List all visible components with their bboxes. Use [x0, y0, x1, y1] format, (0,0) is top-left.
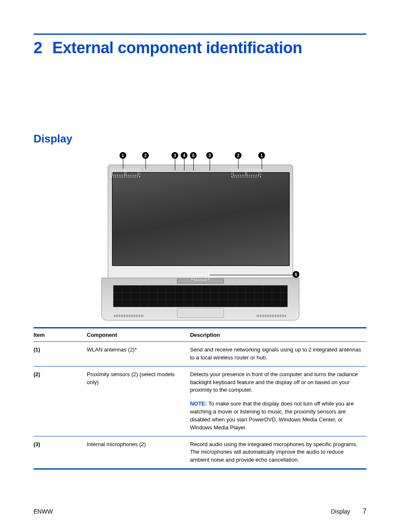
footer-section-label: Display: [331, 508, 350, 515]
callout-bubble: 2: [235, 152, 242, 159]
callout-lead: [184, 159, 184, 170]
callout-bubble: 1: [119, 152, 126, 159]
callout-lead: [123, 159, 123, 169]
cell-component: WLAN antennas (2)*: [87, 342, 190, 367]
note-label: NOTE:: [190, 400, 207, 407]
footer-left: ENWW: [34, 508, 53, 515]
callout-bubble: 5: [190, 152, 197, 159]
callout-bubble: 3: [206, 152, 213, 159]
cell-item: (1): [34, 346, 40, 353]
chapter-heading: 2 External component identification: [34, 39, 366, 57]
callout-bubble: 6: [293, 271, 299, 278]
callout-lead: [210, 275, 294, 275]
chapter-number: 2: [34, 39, 42, 57]
callout-lead: [210, 159, 210, 170]
callout-bubble: 2: [142, 152, 149, 159]
table-row: (1) WLAN antennas (2)* Send and receive …: [34, 342, 366, 367]
antenna-outline: [126, 170, 138, 176]
footer-right: Display 7: [331, 508, 366, 515]
callout-lead: [175, 159, 175, 170]
callout-bubble: 3: [171, 152, 178, 159]
antenna-outline: [112, 170, 125, 176]
antenna-outline: [247, 170, 259, 176]
document-page: 2 External component identification Disp…: [0, 0, 400, 532]
note-text: To make sure that the display does not t…: [190, 400, 353, 431]
cell-item: (2): [34, 371, 40, 377]
cell-description: Record audio using the integrated microp…: [190, 436, 366, 469]
cell-description: Send and receive networking signals usin…: [190, 342, 366, 367]
antenna-outline: [233, 170, 246, 176]
laptop-keyboard: [113, 285, 288, 307]
laptop-trackpad: [177, 308, 224, 318]
callout-lead: [262, 159, 262, 169]
cell-component: Internal microphones (2): [87, 436, 190, 469]
header-item: Item: [34, 328, 87, 342]
page-number: 7: [363, 508, 366, 515]
components-table: Item Component Description (1) WLAN ante…: [34, 327, 366, 470]
table-row: (2) Proximity sensors (2) (select models…: [34, 366, 366, 436]
header-description: Description: [190, 328, 366, 342]
diagram-container: 1 2 3 4 5 3 2 1 6: [34, 152, 366, 324]
cell-item: (3): [34, 441, 40, 447]
header-component: Component: [87, 328, 190, 342]
cell-description: Detects your presence in front of the co…: [190, 366, 366, 436]
section-heading: Display: [34, 132, 366, 145]
note-block: NOTE: To make sure that the display does…: [190, 400, 364, 431]
hinge-outline: [195, 275, 206, 281]
cell-component: Proximity sensors (2) (select models onl…: [87, 366, 190, 436]
laptop-diagram: 1 2 3 4 5 3 2 1 6: [101, 152, 299, 324]
callout-bubble: 4: [181, 152, 187, 159]
description-text: Detects your presence in front of the co…: [190, 371, 364, 395]
page-footer: ENWW Display 7: [34, 508, 366, 515]
table-row: (3) Internal microphones (2) Record audi…: [34, 436, 366, 469]
chapter-title: External component identification: [52, 39, 302, 57]
callout-lead: [193, 159, 194, 170]
callout-bubble: 1: [258, 152, 265, 159]
callout-lead: [238, 159, 239, 169]
vent-right: [257, 315, 286, 317]
vent-left: [114, 315, 143, 317]
top-rule: [34, 34, 366, 35]
table-header-row: Item Component Description: [34, 328, 366, 342]
callout-lead: [145, 159, 146, 169]
laptop-screen: [112, 172, 290, 266]
